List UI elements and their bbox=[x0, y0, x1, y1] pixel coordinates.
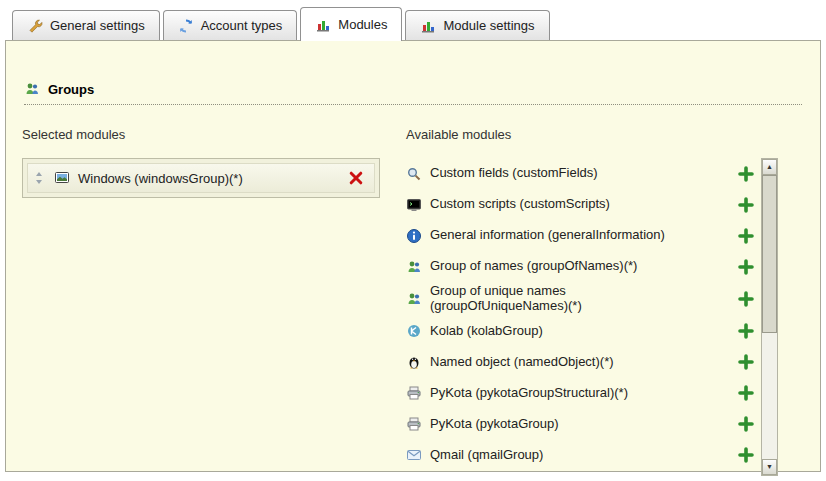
selected-module-row: Windows (windowsGroup)(*) bbox=[27, 163, 375, 193]
scrollbar-thumb[interactable] bbox=[762, 175, 777, 333]
module-label: Group of names (groupOfNames)(*) bbox=[430, 257, 643, 276]
module-label: Kolab (kolabGroup) bbox=[430, 322, 549, 341]
plus-icon[interactable] bbox=[738, 416, 754, 432]
delete-icon[interactable] bbox=[348, 170, 364, 186]
groups-icon bbox=[406, 259, 422, 275]
tab-bar: General settings Account types Modules M… bbox=[12, 7, 550, 40]
printer-icon bbox=[406, 385, 422, 401]
module-label: General information (generalInformation) bbox=[430, 226, 671, 245]
selected-modules-column: Selected modules Windows (windowsGroup)(… bbox=[22, 127, 394, 476]
available-module-row: Group of names (groupOfNames)(*) bbox=[406, 251, 754, 282]
terminal-icon bbox=[406, 197, 422, 213]
plus-icon[interactable] bbox=[738, 447, 754, 463]
modules-columns: Selected modules Windows (windowsGroup)(… bbox=[22, 127, 804, 476]
plus-icon[interactable] bbox=[738, 354, 754, 370]
section-title: Groups bbox=[48, 82, 94, 97]
content-panel: Groups Selected modules Windows (windows… bbox=[5, 40, 821, 472]
printer-icon bbox=[406, 416, 422, 432]
scroll-down-button[interactable]: ▼ bbox=[762, 459, 777, 475]
windows-module-icon bbox=[54, 170, 70, 186]
selected-modules-box: Windows (windowsGroup)(*) bbox=[22, 158, 380, 198]
scrollbar[interactable]: ▲ ▼ bbox=[761, 158, 778, 476]
available-module-row: Named object (namedObject)(*) bbox=[406, 347, 754, 378]
scroll-up-button[interactable]: ▲ bbox=[762, 159, 777, 175]
available-module-row: PyKota (pykotaGroup) bbox=[406, 409, 754, 440]
available-module-row: Qmail (qmailGroup) bbox=[406, 440, 754, 471]
tab-module-settings[interactable]: Module settings bbox=[405, 10, 549, 40]
available-module-row: General information (generalInformation) bbox=[406, 220, 754, 251]
groups-icon bbox=[24, 81, 40, 97]
info-icon bbox=[406, 228, 422, 244]
bar-chart-icon bbox=[420, 18, 436, 34]
wrench-icon bbox=[27, 18, 43, 34]
module-label: PyKota (pykotaGroup) bbox=[430, 415, 565, 434]
plus-icon[interactable] bbox=[738, 259, 754, 275]
module-label: Group of unique names (groupOfUniqueName… bbox=[430, 282, 710, 316]
available-module-row: Custom fields (customFields) bbox=[406, 158, 754, 189]
groups-icon bbox=[406, 291, 422, 307]
available-modules-heading: Available modules bbox=[406, 127, 804, 142]
selected-module-label: Windows (windowsGroup)(*) bbox=[78, 171, 243, 186]
magnifier-icon bbox=[406, 166, 422, 182]
groups-section-header: Groups bbox=[24, 81, 802, 105]
plus-icon[interactable] bbox=[738, 385, 754, 401]
mail-icon bbox=[406, 447, 422, 463]
available-module-row: PyKota (pykotaGroupStructural)(*) bbox=[406, 378, 754, 409]
module-label: Named object (namedObject)(*) bbox=[430, 353, 620, 372]
available-module-row: Custom scripts (customScripts) bbox=[406, 189, 754, 220]
tab-label: Modules bbox=[338, 17, 387, 32]
kolab-icon bbox=[406, 323, 422, 339]
plus-icon[interactable] bbox=[738, 323, 754, 339]
available-modules-list: Custom fields (customFields) Custom scri… bbox=[406, 158, 778, 476]
tab-label: Module settings bbox=[443, 18, 534, 33]
tab-modules[interactable]: Modules bbox=[300, 7, 402, 41]
tab-label: General settings bbox=[50, 18, 145, 33]
available-module-row: Group of unique names (groupOfUniqueName… bbox=[406, 282, 754, 316]
available-modules-column: Available modules Custom fields (customF… bbox=[406, 127, 804, 476]
plus-icon[interactable] bbox=[738, 228, 754, 244]
available-module-row: Kolab (kolabGroup) bbox=[406, 316, 754, 347]
bar-chart-icon bbox=[315, 17, 331, 33]
module-label: Qmail (qmailGroup) bbox=[430, 446, 549, 465]
tab-account-types[interactable]: Account types bbox=[163, 10, 298, 40]
drag-handle-icon[interactable] bbox=[34, 171, 44, 185]
tux-icon bbox=[406, 354, 422, 370]
module-label: PyKota (pykotaGroupStructural)(*) bbox=[430, 384, 634, 403]
plus-icon[interactable] bbox=[738, 166, 754, 182]
module-label: Custom fields (customFields) bbox=[430, 164, 604, 183]
selected-modules-heading: Selected modules bbox=[22, 127, 394, 142]
plus-icon[interactable] bbox=[738, 197, 754, 213]
plus-icon[interactable] bbox=[738, 291, 754, 307]
tab-label: Account types bbox=[201, 18, 283, 33]
tab-general-settings[interactable]: General settings bbox=[12, 10, 160, 40]
refresh-arrows-icon bbox=[178, 18, 194, 34]
module-label: Custom scripts (customScripts) bbox=[430, 195, 616, 214]
lam-configuration-page: General settings Account types Modules M… bbox=[0, 0, 826, 481]
